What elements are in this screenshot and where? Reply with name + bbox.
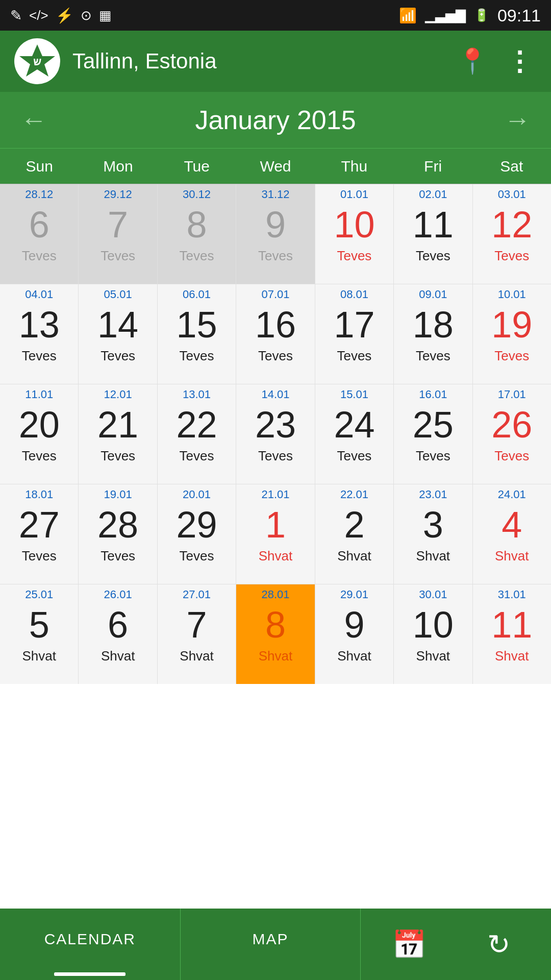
calendar-cell[interactable]: 31.129Teves <box>236 184 314 284</box>
battery-icon: 🔋 <box>474 8 489 22</box>
calendar-cell[interactable]: 20.0129Teves <box>158 484 236 584</box>
calendar-cell[interactable]: 09.0118Teves <box>394 284 472 384</box>
svg-text:ש: ש <box>33 55 41 68</box>
calendar-cell[interactable]: 11.0120Teves <box>0 384 78 484</box>
cell-hebrew-date: Teves <box>337 448 371 464</box>
month-title: January 2015 <box>195 105 356 135</box>
calendar-cell[interactable]: 30.0110Shvat <box>394 584 472 684</box>
calendar-cell[interactable]: 21.011Shvat <box>236 484 314 584</box>
calendar-cell[interactable]: 06.0115Teves <box>158 284 236 384</box>
calendar-cell[interactable]: 22.012Shvat <box>315 484 393 584</box>
day-header-fri: Fri <box>393 149 472 184</box>
calendar-cell[interactable]: 30.128Teves <box>158 184 236 284</box>
calendar-cell[interactable]: 13.0122Teves <box>158 384 236 484</box>
cell-main-number: 19 <box>491 302 532 348</box>
cell-hebrew-date: Teves <box>22 448 57 464</box>
cell-hebrew-date: Teves <box>180 548 214 564</box>
cell-hebrew-date: Shvat <box>259 648 293 664</box>
cell-small-date: 13.01 <box>183 387 211 402</box>
cell-hebrew-date: Shvat <box>101 648 135 664</box>
cell-small-date: 20.01 <box>183 487 211 502</box>
cell-small-date: 23.01 <box>419 487 447 502</box>
calendar-cell[interactable]: 19.0128Teves <box>79 484 157 584</box>
cell-main-number: 17 <box>334 302 374 348</box>
cell-small-date: 29.12 <box>104 187 132 202</box>
cell-small-date: 06.01 <box>183 287 211 302</box>
cell-hebrew-date: Teves <box>101 448 135 464</box>
day-header-tue: Tue <box>158 149 236 184</box>
tab-calendar[interactable]: CALENDAR <box>0 909 181 980</box>
status-right-icons: 📶 ▁▃▅▇ 🔋 09:11 <box>399 6 541 26</box>
cell-main-number: 4 <box>502 502 522 548</box>
calendar-cell[interactable]: 05.0114Teves <box>79 284 157 384</box>
cell-main-number: 9 <box>344 602 364 648</box>
calendar-cell[interactable]: 02.0111Teves <box>394 184 472 284</box>
calendar-cell[interactable]: 12.0121Teves <box>79 384 157 484</box>
cell-small-date: 24.01 <box>498 487 526 502</box>
calendar-cell[interactable]: 26.016Shvat <box>79 584 157 684</box>
tab-map[interactable]: MAP <box>181 909 361 980</box>
calendar-cell[interactable]: 31.0111Shvat <box>473 584 551 684</box>
cell-hebrew-date: Shvat <box>495 648 529 664</box>
cell-hebrew-date: Teves <box>258 348 293 364</box>
calendar-cell[interactable]: 07.0116Teves <box>236 284 314 384</box>
day-header-thu: Thu <box>315 149 393 184</box>
calendar-cell[interactable]: 04.0113Teves <box>0 284 78 384</box>
calendar-cell[interactable]: 28.126Teves <box>0 184 78 284</box>
cell-small-date: 08.01 <box>340 287 368 302</box>
cell-small-date: 16.01 <box>419 387 447 402</box>
cell-main-number: 12 <box>491 202 532 248</box>
calendar-cell[interactable]: 18.0127Teves <box>0 484 78 584</box>
calendar-cell[interactable]: 28.018Shvat <box>236 584 314 684</box>
prev-month-button[interactable]: ← <box>20 105 47 135</box>
cell-hebrew-date: Shvat <box>416 548 450 564</box>
refresh-icon[interactable]: ↻ <box>487 928 510 961</box>
cell-main-number: 8 <box>265 602 286 648</box>
calendar-cell[interactable]: 17.0126Teves <box>473 384 551 484</box>
cell-hebrew-date: Teves <box>180 348 214 364</box>
calendar-cell[interactable]: 03.0112Teves <box>473 184 551 284</box>
cell-main-number: 6 <box>29 202 49 248</box>
cell-main-number: 11 <box>413 202 454 248</box>
more-options-icon[interactable]: ⋮ <box>506 46 533 77</box>
cell-main-number: 3 <box>423 502 443 548</box>
calendar-cell[interactable]: 15.0124Teves <box>315 384 393 484</box>
calendar-cell[interactable]: 08.0117Teves <box>315 284 393 384</box>
calendar-cell[interactable]: 14.0123Teves <box>236 384 314 484</box>
location-pin-icon[interactable]: 📍 <box>457 47 488 76</box>
cell-small-date: 30.12 <box>183 187 211 202</box>
calendar-cell[interactable]: 27.017Shvat <box>158 584 236 684</box>
calendar-cell[interactable]: 23.013Shvat <box>394 484 472 584</box>
cell-hebrew-date: Shvat <box>180 648 214 664</box>
status-bar: ✎ </> ⚡ ⊙ ▦ 📶 ▁▃▅▇ 🔋 09:11 <box>0 0 551 31</box>
cell-main-number: 23 <box>255 402 296 448</box>
calendar-tab-label: CALENDAR <box>44 930 136 948</box>
calendar-grid: 28.126Teves29.127Teves30.128Teves31.129T… <box>0 184 551 684</box>
code-icon: </> <box>29 8 48 23</box>
day-header-sat: Sat <box>472 149 551 184</box>
calendar-cell[interactable]: 29.019Shvat <box>315 584 393 684</box>
calendar-cell[interactable]: 16.0125Teves <box>394 384 472 484</box>
barcode-icon: ▦ <box>99 8 112 23</box>
calendar-cell[interactable]: 01.0110Teves <box>315 184 393 284</box>
calendar-today-icon[interactable]: 📅 <box>392 928 426 961</box>
cell-main-number: 21 <box>97 402 138 448</box>
calendar-cell[interactable]: 24.014Shvat <box>473 484 551 584</box>
cell-hebrew-date: Teves <box>416 448 450 464</box>
cell-small-date: 05.01 <box>104 287 132 302</box>
cell-small-date: 28.12 <box>25 187 53 202</box>
cell-main-number: 26 <box>491 402 532 448</box>
calendar-cell[interactable]: 29.127Teves <box>79 184 157 284</box>
cell-small-date: 17.01 <box>498 387 526 402</box>
cell-main-number: 6 <box>108 602 128 648</box>
cell-small-date: 28.01 <box>261 587 289 602</box>
day-header-sun: Sun <box>0 149 79 184</box>
cell-hebrew-date: Teves <box>101 548 135 564</box>
next-month-button[interactable]: → <box>504 105 531 135</box>
cell-small-date: 21.01 <box>261 487 289 502</box>
calendar-cell[interactable]: 25.015Shvat <box>0 584 78 684</box>
calendar-cell[interactable]: 10.0119Teves <box>473 284 551 384</box>
cell-hebrew-date: Teves <box>494 248 529 264</box>
cell-small-date: 31.01 <box>498 587 526 602</box>
day-headers: SunMonTueWedThuFriSat <box>0 148 551 184</box>
